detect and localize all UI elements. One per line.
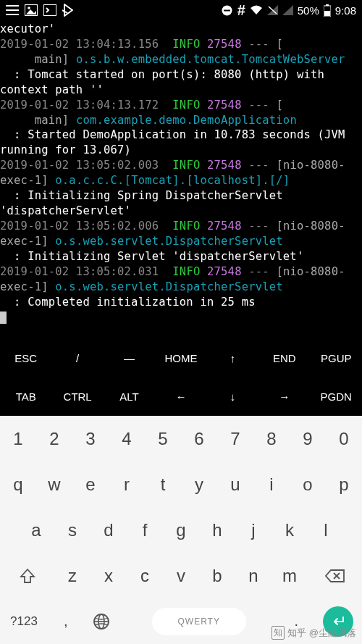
key-0[interactable]: 0 xyxy=(326,416,362,461)
key-2[interactable]: 2 xyxy=(36,416,72,461)
key-o[interactable]: o xyxy=(290,461,326,507)
log-thread: main] xyxy=(0,53,69,66)
key-s[interactable]: s xyxy=(54,507,90,553)
key-language[interactable] xyxy=(83,598,119,644)
key-g[interactable]: g xyxy=(163,507,199,553)
log-timestamp: 2019-01-02 13:04:13.156 xyxy=(0,38,159,51)
status-right: # 50% 9:08 xyxy=(221,2,356,19)
key-comma[interactable]: , xyxy=(48,598,83,644)
key-tab[interactable]: TAB xyxy=(0,377,51,416)
key-backspace[interactable] xyxy=(308,553,362,598)
key-4[interactable]: 4 xyxy=(109,416,145,461)
key-d[interactable]: d xyxy=(90,507,127,553)
svg-rect-8 xyxy=(224,9,230,11)
key-t[interactable]: t xyxy=(145,461,181,507)
key-i[interactable]: i xyxy=(253,461,290,507)
key-p[interactable]: p xyxy=(326,461,362,507)
play-icon xyxy=(62,4,74,17)
log-thread: [ xyxy=(276,38,283,51)
svg-rect-1 xyxy=(6,9,19,11)
key-b[interactable]: b xyxy=(199,553,235,598)
svg-rect-0 xyxy=(6,5,19,7)
log-sep: --- xyxy=(248,219,269,233)
key-up[interactable]: ↑ xyxy=(207,339,258,377)
terminal-output[interactable]: xecutor' 2019-01-02 13:04:13.156 INFO 27… xyxy=(0,20,362,339)
key-dash[interactable]: — xyxy=(104,339,155,377)
kb-row-zxcv: z x c v b n m xyxy=(0,553,362,598)
key-space[interactable]: QWERTY xyxy=(119,598,279,644)
log-pid: 27548 xyxy=(207,159,242,172)
key-home[interactable]: HOME xyxy=(155,339,206,377)
key-k[interactable]: k xyxy=(272,507,308,553)
key-esc[interactable]: ESC xyxy=(0,339,51,377)
key-a[interactable]: a xyxy=(18,507,54,553)
log-thread: main] xyxy=(0,114,69,127)
key-shift[interactable] xyxy=(0,553,54,598)
hash-icon: # xyxy=(237,2,245,19)
key-r[interactable]: r xyxy=(109,461,145,507)
log-pid: 27548 xyxy=(207,265,242,278)
key-z[interactable]: z xyxy=(54,553,90,598)
key-right[interactable]: → xyxy=(258,377,310,416)
shift-icon xyxy=(20,568,35,584)
kb-number-row: 1 2 3 4 5 6 7 8 9 0 xyxy=(0,416,362,461)
svg-rect-5 xyxy=(43,4,56,16)
log-class: o.s.web.servlet.DispatcherServlet xyxy=(55,235,283,248)
log-pid: 27548 xyxy=(207,38,242,51)
key-f[interactable]: f xyxy=(127,507,163,553)
key-left[interactable]: ← xyxy=(155,377,206,416)
key-u[interactable]: u xyxy=(217,461,253,507)
log-level: INFO xyxy=(172,265,200,278)
soft-keyboard: 1 2 3 4 5 6 7 8 9 0 q w e r t y u i o p … xyxy=(0,416,362,644)
menu-icon xyxy=(6,5,19,15)
key-symbols[interactable]: ?123 xyxy=(0,598,48,644)
svg-rect-2 xyxy=(6,14,19,15)
key-3[interactable]: 3 xyxy=(72,416,109,461)
kb-row-asdf: a s d f g h j k l xyxy=(0,507,362,553)
log-class: o.a.c.c.C.[Tomcat].[localhost].[/] xyxy=(55,174,290,187)
backspace-icon xyxy=(325,569,345,583)
watermark: 知 知乎 @尘随风落 xyxy=(272,626,356,640)
key-8[interactable]: 8 xyxy=(253,416,290,461)
key-end[interactable]: END xyxy=(258,339,310,377)
log-sep: --- xyxy=(248,265,269,278)
key-ctrl[interactable]: CTRL xyxy=(51,377,103,416)
key-pgup[interactable]: PGUP xyxy=(311,339,362,377)
key-n[interactable]: n xyxy=(235,553,272,598)
key-c[interactable]: c xyxy=(127,553,163,598)
key-y[interactable]: y xyxy=(181,461,217,507)
svg-rect-12 xyxy=(324,11,330,16)
key-w[interactable]: w xyxy=(36,461,72,507)
log-level: INFO xyxy=(172,38,200,51)
clock: 9:08 xyxy=(335,4,356,17)
key-9[interactable]: 9 xyxy=(290,416,326,461)
log-class: o.s.b.w.embedded.tomcat.TomcatWebServer xyxy=(76,53,345,66)
key-h[interactable]: h xyxy=(199,507,235,553)
key-down[interactable]: ↓ xyxy=(207,377,258,416)
key-l[interactable]: l xyxy=(308,507,344,553)
status-left xyxy=(6,4,74,17)
terminal-icon xyxy=(43,4,56,16)
key-m[interactable]: m xyxy=(272,553,308,598)
log-pid: 27548 xyxy=(207,219,242,233)
image-icon xyxy=(25,4,38,16)
key-v[interactable]: v xyxy=(163,553,199,598)
key-e[interactable]: e xyxy=(72,461,109,507)
key-1[interactable]: 1 xyxy=(0,416,36,461)
log-msg: : Completed initialization in 25 ms xyxy=(0,296,256,309)
key-x[interactable]: x xyxy=(90,553,127,598)
terminal-extra-keys: ESC / — HOME ↑ END PGUP TAB CTRL ALT ← ↓… xyxy=(0,339,362,416)
key-7[interactable]: 7 xyxy=(217,416,253,461)
key-5[interactable]: 5 xyxy=(145,416,181,461)
key-j[interactable]: j xyxy=(235,507,272,553)
key-q[interactable]: q xyxy=(0,461,36,507)
key-slash[interactable]: / xyxy=(51,339,103,377)
key-pgdn[interactable]: PGDN xyxy=(311,377,362,416)
log-sep: --- xyxy=(248,99,269,112)
log-line: xecutor' xyxy=(0,22,55,35)
key-6[interactable]: 6 xyxy=(181,416,217,461)
log-msg: : Started DemoApplication in 10.783 seco… xyxy=(0,128,352,156)
log-class: com.example.demo.DemoApplication xyxy=(76,114,297,127)
key-alt[interactable]: ALT xyxy=(104,377,155,416)
battery-icon xyxy=(324,4,331,17)
